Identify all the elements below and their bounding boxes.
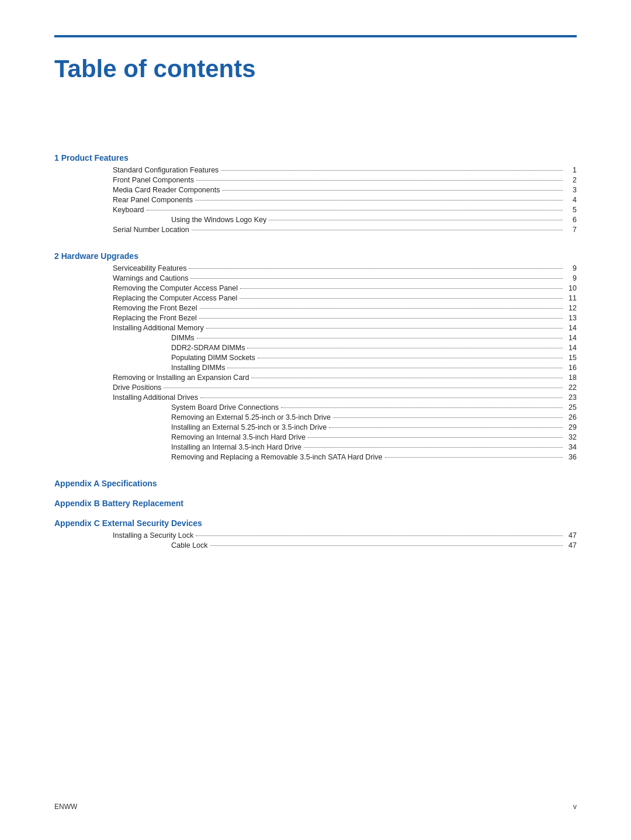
dots-e20 xyxy=(164,388,563,388)
dots-e19 xyxy=(251,378,563,378)
section-2-entries: Serviceability Features9Warnings and Cau… xyxy=(54,264,577,461)
dots-e12 xyxy=(200,308,563,309)
dots-e8 xyxy=(189,268,563,269)
dots-e6 xyxy=(269,220,563,220)
dots-e14 xyxy=(206,328,563,329)
toc-entry-e19: Removing or Installing an Expansion Card… xyxy=(54,374,577,382)
page-num-e27: 36 xyxy=(565,453,577,461)
page-num-e25: 32 xyxy=(565,433,577,441)
dots-e1 xyxy=(221,170,563,171)
entry-title-e24: Installing an External 5.25-inch or 3.5-… xyxy=(171,423,327,431)
entry-title-e20: Drive Positions xyxy=(113,383,161,392)
dots-ac2 xyxy=(210,545,563,546)
entry-title-e8: Serviceability Features xyxy=(113,264,186,272)
section-2: 2 Hardware Upgrades Serviceability Featu… xyxy=(54,251,577,461)
dots-e25 xyxy=(308,437,563,438)
toc-entry-e20: Drive Positions22 xyxy=(54,383,577,392)
toc-entry-e14: Installing Additional Memory14 xyxy=(54,324,577,332)
toc-entry-ac1: Installing a Security Lock47 xyxy=(54,531,577,540)
toc-entry-e26: Installing an Internal 3.5-inch Hard Dri… xyxy=(54,443,577,451)
appendix-c: Appendix C External Security Devices Ins… xyxy=(54,518,577,549)
page-num-e22: 25 xyxy=(565,403,577,412)
toc-entry-e11: Replacing the Computer Access Panel11 xyxy=(54,294,577,302)
appendix-c-heading: Appendix C External Security Devices xyxy=(54,518,577,528)
toc-entry-e23: Removing an External 5.25-inch or 3.5-in… xyxy=(54,413,577,421)
entry-title-e14: Installing Additional Memory xyxy=(113,324,204,332)
page-num-e11: 11 xyxy=(565,294,577,302)
footer-right: v xyxy=(573,803,577,811)
toc-entry-e7: Serial Number Location7 xyxy=(54,226,577,234)
entry-title-e25: Removing an Internal 3.5-inch Hard Drive xyxy=(171,433,306,441)
page: Table of contents 1 Product Features Sta… xyxy=(0,0,631,840)
entry-title-e7: Serial Number Location xyxy=(113,226,189,234)
dots-e13 xyxy=(199,318,563,319)
entry-title-e10: Removing the Computer Access Panel xyxy=(113,284,238,292)
dots-e2 xyxy=(196,180,563,181)
page-num-e24: 29 xyxy=(565,423,577,431)
page-num-e2: 2 xyxy=(565,176,577,184)
appendix-a-heading: Appendix A Specifications xyxy=(54,479,577,488)
entry-title-e5: Keyboard xyxy=(113,206,144,214)
toc-entry-e8: Serviceability Features9 xyxy=(54,264,577,272)
entry-title-e26: Installing an Internal 3.5-inch Hard Dri… xyxy=(171,443,301,451)
section-1-entries: Standard Configuration Features1Front Pa… xyxy=(54,166,577,234)
toc-entry-e17: Populating DIMM Sockets15 xyxy=(54,354,577,362)
dots-e7 xyxy=(192,230,563,230)
page-num-e9: 9 xyxy=(565,274,577,282)
toc-entry-e1: Standard Configuration Features1 xyxy=(54,166,577,174)
page-num-e17: 15 xyxy=(565,354,577,362)
dots-e11 xyxy=(240,298,563,299)
entry-title-e13: Replacing the Front Bezel xyxy=(113,314,197,322)
dots-e21 xyxy=(200,397,563,398)
dots-e15 xyxy=(197,338,563,338)
toc-entry-e13: Replacing the Front Bezel13 xyxy=(54,314,577,322)
toc-entry-e6: Using the Windows Logo Key6 xyxy=(54,216,577,224)
page-num-e18: 16 xyxy=(565,364,577,372)
page-num-e14: 14 xyxy=(565,324,577,332)
dots-e17 xyxy=(258,358,563,358)
entry-title-e6: Using the Windows Logo Key xyxy=(171,216,266,224)
appendix-c-entries: Installing a Security Lock47Cable Lock47 xyxy=(54,531,577,549)
page-num-e19: 18 xyxy=(565,374,577,382)
top-border xyxy=(54,35,577,37)
entry-title-ac2: Cable Lock xyxy=(171,541,208,549)
toc-entry-e16: DDR2-SDRAM DIMMs14 xyxy=(54,344,577,352)
page-num-ac1: 47 xyxy=(565,531,577,540)
page-num-e5: 5 xyxy=(565,206,577,214)
page-num-e4: 4 xyxy=(565,196,577,204)
appendix-a: Appendix A Specifications xyxy=(54,479,577,488)
toc-entry-e9: Warnings and Cautions9 xyxy=(54,274,577,282)
dots-e27 xyxy=(385,457,563,458)
page-num-e15: 14 xyxy=(565,334,577,342)
appendix-b: Appendix B Battery Replacement xyxy=(54,499,577,508)
entry-title-e16: DDR2-SDRAM DIMMs xyxy=(171,344,245,352)
toc-entry-e12: Removing the Front Bezel12 xyxy=(54,304,577,312)
page-num-e20: 22 xyxy=(565,383,577,392)
entry-title-e3: Media Card Reader Components xyxy=(113,186,220,194)
toc-entry-e5: Keyboard5 xyxy=(54,206,577,214)
entry-title-e11: Replacing the Computer Access Panel xyxy=(113,294,237,302)
toc-entry-e2: Front Panel Components2 xyxy=(54,176,577,184)
entry-title-e19: Removing or Installing an Expansion Card xyxy=(113,374,249,382)
entry-title-e22: System Board Drive Connections xyxy=(171,403,279,412)
dots-e18 xyxy=(227,368,563,368)
dots-e9 xyxy=(190,278,563,279)
page-num-e3: 3 xyxy=(565,186,577,194)
section-1-heading: 1 Product Features xyxy=(54,153,577,163)
entry-title-e4: Rear Panel Components xyxy=(113,196,193,204)
page-num-e6: 6 xyxy=(565,216,577,224)
page-num-e1: 1 xyxy=(565,166,577,174)
dots-e16 xyxy=(247,348,563,348)
entry-title-e18: Installing DIMMs xyxy=(171,364,225,372)
toc-entry-e4: Rear Panel Components4 xyxy=(54,196,577,204)
page-num-e16: 14 xyxy=(565,344,577,352)
entry-title-e21: Installing Additional Drives xyxy=(113,393,198,402)
entry-title-e12: Removing the Front Bezel xyxy=(113,304,197,312)
toc-entry-e24: Installing an External 5.25-inch or 3.5-… xyxy=(54,423,577,431)
entry-title-e27: Removing and Replacing a Removable 3.5-i… xyxy=(171,453,383,461)
dots-e10 xyxy=(240,288,563,289)
entry-title-e1: Standard Configuration Features xyxy=(113,166,219,174)
dots-e23 xyxy=(333,417,563,418)
page-num-e13: 13 xyxy=(565,314,577,322)
section-2-heading: 2 Hardware Upgrades xyxy=(54,251,577,261)
